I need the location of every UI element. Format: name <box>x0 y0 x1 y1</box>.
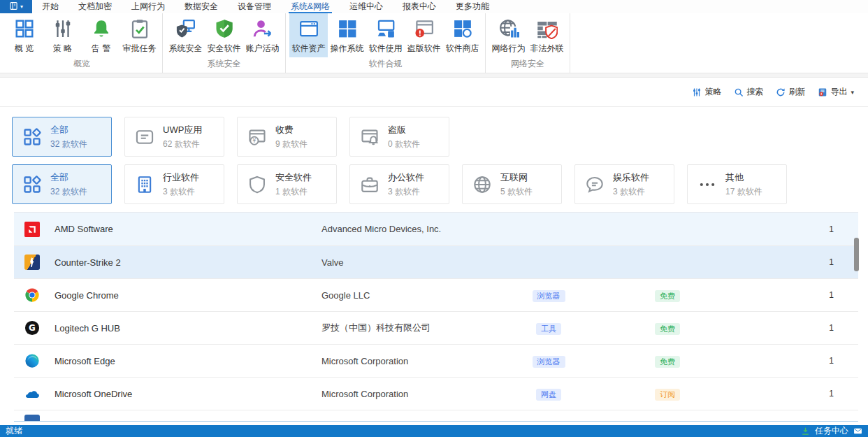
toolbar-button[interactable]: 导出▾ <box>818 86 854 98</box>
menu-tab[interactable]: 系统&网络 <box>281 0 340 13</box>
filter-card-text: 收费9 款软件 <box>275 124 308 150</box>
shield-monitor-icon <box>175 18 196 39</box>
table-row[interactable]: Microsoft OneDriveMicrosoft Corporation网… <box>14 377 858 410</box>
ribbon-button[interactable]: 安全软件 <box>205 13 243 57</box>
ribbon-button-label: 概 览 <box>15 43 34 55</box>
shield-outline-icon <box>247 175 267 194</box>
filter-card-label: UWP应用 <box>163 124 202 136</box>
ribbon-button[interactable]: 系统安全 <box>166 13 205 57</box>
ribbon-button-label: 软件商店 <box>446 43 479 55</box>
ribbon-button[interactable]: 操作系统 <box>328 13 366 57</box>
filter-card-label: 安全软件 <box>275 171 312 184</box>
ribbon-button[interactable]: 策 略 <box>43 13 82 57</box>
edge-app-icon <box>24 353 40 368</box>
filter-card-count: 3 款软件 <box>388 186 424 198</box>
filter-card-text: 全部32 款软件 <box>50 124 87 150</box>
filter-card[interactable]: 全部32 款软件 <box>12 117 112 157</box>
partial-app-icon <box>24 415 40 421</box>
toolbar-button-label: 刷新 <box>788 86 805 98</box>
ribbon-group: 软件资产操作系统软件使用盗版软件软件商店软件合规 <box>286 13 486 73</box>
menu-tab[interactable]: 设备管理 <box>228 0 281 13</box>
window-paid-icon: ¥ <box>247 127 267 147</box>
app-name: Counter-Strike 2 <box>55 257 121 268</box>
app-menu-button[interactable]: ▾ <box>0 0 32 13</box>
os-grid-icon <box>337 18 358 39</box>
task-center-button[interactable]: 任务中心 <box>815 425 848 437</box>
app-vendor: Valve <box>321 257 507 268</box>
table-row-partial[interactable] <box>14 410 858 421</box>
app-name: AMD Software <box>55 224 113 234</box>
cs2-app-icon <box>24 255 40 270</box>
app-vendor: Microsoft Corporation <box>321 389 507 399</box>
filter-cards-row-category: 全部32 款软件行业软件3 款软件安全软件1 款软件办公软件3 款软件互联网5 … <box>12 164 868 204</box>
toolbar: 策略搜索刷新导出▾ <box>0 78 868 107</box>
ribbon-button[interactable]: 告 警 <box>82 13 120 57</box>
ribbon-button[interactable]: 审批任务 <box>120 13 159 57</box>
bell-green-icon <box>91 18 112 39</box>
category-badge: 网盘 <box>536 389 561 401</box>
filter-card-text: UWP应用62 款软件 <box>163 124 202 150</box>
window-alert-icon <box>414 18 435 39</box>
logitech-app-icon: G <box>24 320 40 336</box>
table-row[interactable]: Counter-Strike 2Valve1 <box>14 245 858 278</box>
ribbon-group-label: 网络安全 <box>489 57 566 73</box>
filter-card-count: 3 款软件 <box>163 186 199 198</box>
filter-card[interactable]: 娱乐软件3 款软件 <box>574 164 674 204</box>
filter-card[interactable]: UWP应用62 款软件 <box>124 117 224 157</box>
table-row[interactable]: GLogitech G HUB罗技（中国）科技有限公司工具免费1 <box>14 311 858 344</box>
ribbon-button-label: 安全软件 <box>208 43 241 55</box>
toolbar-button[interactable]: 搜索 <box>734 86 763 98</box>
filter-card-count: 32 款软件 <box>50 138 87 150</box>
mail-icon[interactable] <box>853 427 862 436</box>
briefcase-icon <box>360 175 379 194</box>
filter-cards-row-type: 全部32 款软件UWP应用62 款软件¥收费9 款软件盗版0 款软件 <box>12 117 868 157</box>
ribbon-button[interactable]: 网络行为 <box>489 13 528 57</box>
ribbon-button-label: 网络行为 <box>492 43 526 55</box>
filter-card[interactable]: 其他17 款软件 <box>687 164 787 204</box>
filter-card-count: 32 款软件 <box>50 186 87 198</box>
ribbon-button-label: 审批任务 <box>123 43 157 55</box>
vertical-scrollbar[interactable] <box>854 238 859 271</box>
chrome-app-icon <box>24 287 40 303</box>
ribbon-button[interactable]: 软件资产 <box>289 13 328 57</box>
ribbon-button[interactable]: 概 览 <box>5 13 43 57</box>
filter-card[interactable]: 办公软件3 款软件 <box>349 164 449 204</box>
menu-tab[interactable]: 运维中心 <box>340 0 393 13</box>
download-icon[interactable] <box>801 427 810 436</box>
filter-card[interactable]: ¥收费9 款软件 <box>237 117 337 157</box>
menu-tab[interactable]: 上网行为 <box>122 0 175 13</box>
app-vendor: Google LLC <box>321 290 507 301</box>
ribbon-button[interactable]: 盗版软件 <box>405 13 443 57</box>
app-name: Google Chrome <box>55 290 119 301</box>
filter-card[interactable]: 全部32 款软件 <box>12 164 112 204</box>
ribbon-button[interactable]: 非法外联 <box>528 13 566 57</box>
menu-tab[interactable]: 更多功能 <box>446 0 499 13</box>
globe-gray-icon <box>472 175 492 194</box>
menu-tab[interactable]: 报表中心 <box>393 0 446 13</box>
table-row[interactable]: Microsoft EdgeMicrosoft Corporation浏览器免费… <box>14 344 858 377</box>
refresh-icon <box>776 87 786 97</box>
filter-card-label: 互联网 <box>500 171 533 184</box>
filter-card-count: 1 款软件 <box>275 186 312 198</box>
filter-card-text: 盗版0 款软件 <box>388 124 420 150</box>
price-cell: 免费 <box>591 322 744 335</box>
grid-overview-icon <box>14 18 35 39</box>
ribbon-button[interactable]: 软件商店 <box>443 13 482 57</box>
table-row[interactable]: AMD SoftwareAdvanced Micro Devices, Inc.… <box>14 213 858 245</box>
filter-card[interactable]: 盗版0 款软件 <box>349 117 449 157</box>
filter-card[interactable]: 互联网5 款软件 <box>462 164 562 204</box>
filter-card[interactable]: 行业软件3 款软件 <box>124 164 224 204</box>
ribbon-button-label: 操作系统 <box>331 43 364 55</box>
ribbon-button[interactable]: 账户活动 <box>243 13 282 57</box>
menu-tab[interactable]: 文档加密 <box>68 0 122 13</box>
ribbon-button[interactable]: 软件使用 <box>366 13 405 57</box>
menu-tab[interactable]: 开始 <box>32 0 68 13</box>
toolbar-button[interactable]: 刷新 <box>776 86 805 98</box>
menu-tab[interactable]: 数据安全 <box>175 0 228 13</box>
table-row[interactable]: Google ChromeGoogle LLC浏览器免费1 <box>14 278 858 311</box>
ribbon-button-label: 策 略 <box>53 43 72 55</box>
price-cell: 订阅 <box>591 387 744 401</box>
ribbon-button-label: 软件资产 <box>292 43 326 55</box>
filter-card[interactable]: 安全软件1 款软件 <box>237 164 337 204</box>
toolbar-button[interactable]: 策略 <box>692 86 721 98</box>
